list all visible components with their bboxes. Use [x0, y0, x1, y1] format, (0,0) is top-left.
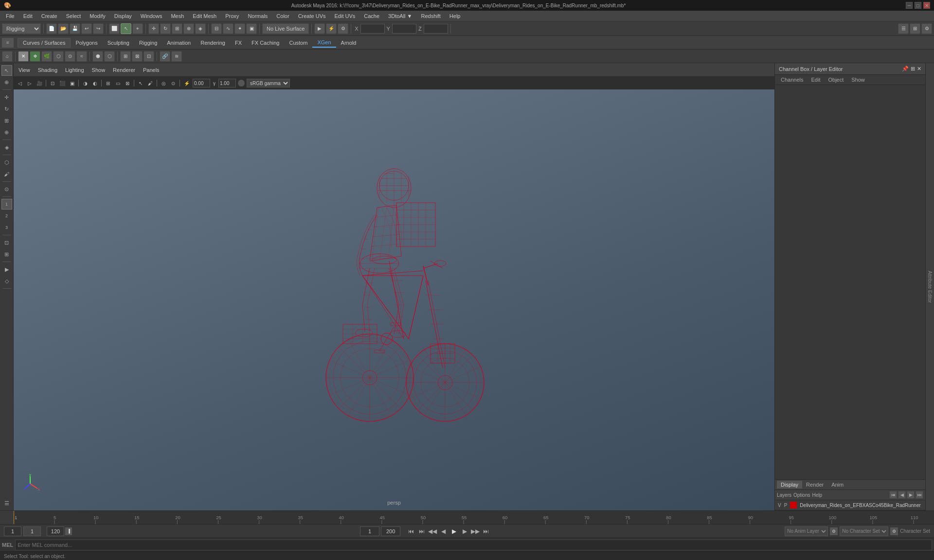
rotate-tool-lt[interactable]: ↻ — [1, 104, 12, 114]
tab-fx[interactable]: FX — [230, 38, 247, 47]
layer-nav-first[interactable]: ⏮ — [889, 491, 897, 499]
icon-rigging-2[interactable]: ⊠ — [132, 51, 143, 62]
end-frame-input[interactable] — [47, 526, 64, 536]
display-mode-2[interactable]: 2 — [1, 210, 12, 221]
snap-curve-button[interactable]: ∿ — [223, 23, 234, 34]
layer-tab-anim[interactable]: Anim — [827, 481, 847, 489]
menu-mesh[interactable]: Mesh — [167, 12, 188, 20]
icon-xgen-8[interactable]: ⬡ — [104, 51, 115, 62]
icon-xgen-7[interactable]: ⬢ — [92, 51, 103, 62]
timeline-ruler[interactable]: 1 5 10 15 20 25 30 35 40 45 50 55 60 — [14, 511, 934, 524]
layer-tab-display[interactable]: Display — [777, 481, 802, 489]
character-set-settings[interactable]: ⚙ — [890, 527, 898, 535]
menu-color[interactable]: Color — [272, 12, 293, 20]
snap-point-button[interactable]: ✦ — [234, 23, 245, 34]
soft-mod-button[interactable]: ◈ — [195, 23, 206, 34]
step-forward-button[interactable]: ▶▶ — [470, 526, 480, 536]
ivt-select-tool[interactable]: ↖ — [136, 79, 145, 88]
universal-manip-button[interactable]: ⊕ — [183, 23, 194, 34]
hypershade-lt[interactable]: ◇ — [1, 276, 12, 286]
ivt-field-chart[interactable]: ⊠ — [123, 79, 132, 88]
channel-box-pin-icon[interactable]: 📌 — [902, 66, 909, 72]
snap-surface-button[interactable]: ▣ — [246, 23, 257, 34]
vt-lighting[interactable]: Lighting — [62, 66, 87, 74]
menu-create[interactable]: Create — [37, 12, 61, 20]
icon-xgen-2[interactable]: ❖ — [30, 51, 40, 62]
tab-rendering[interactable]: Rendering — [196, 38, 230, 47]
play-back-button[interactable]: ◀◀ — [428, 526, 437, 536]
universal-tool-lt[interactable]: ⊕ — [1, 127, 12, 138]
cb-tab-edit[interactable]: Edit — [807, 76, 824, 84]
sculpt-geo-lt[interactable]: ⬡ — [1, 157, 12, 168]
mel-input[interactable] — [15, 540, 932, 550]
rotate-tool-button[interactable]: ↻ — [160, 23, 171, 34]
display-mode-3[interactable]: 3 — [1, 222, 12, 233]
current-frame-input[interactable] — [23, 526, 41, 536]
no-live-surface-button[interactable]: No Live Surface — [262, 23, 309, 34]
x-input[interactable] — [360, 24, 385, 34]
tab-rigging[interactable]: Rigging — [134, 38, 162, 47]
vt-renderer[interactable]: Renderer — [110, 66, 138, 74]
icon-xgen-5[interactable]: ⊙ — [65, 51, 75, 62]
icon-home[interactable]: ⌂ — [2, 51, 13, 62]
channel-box-lt[interactable]: ☰ — [1, 498, 12, 508]
ivt-wireframe[interactable]: ⊡ — [48, 79, 57, 88]
channel-box-close-icon[interactable]: ✕ — [917, 66, 921, 72]
attr-editor-toggle[interactable]: ⊞ — [910, 23, 920, 34]
menu-display[interactable]: Display — [110, 12, 136, 20]
select-tool-lt[interactable]: ↖ — [1, 65, 12, 76]
color-profile-select[interactable]: sRGB gamma — [247, 79, 290, 88]
attribute-editor-tab[interactable]: Attribute Editor — [925, 63, 934, 510]
tab-sculpting[interactable]: Sculpting — [103, 38, 134, 47]
ivt-shaded[interactable]: ⬛ — [58, 79, 67, 88]
layer-nav-next[interactable]: ▶ — [907, 491, 915, 499]
tool-settings-toggle[interactable]: ⚙ — [921, 23, 932, 34]
menu-proxy[interactable]: Proxy — [221, 12, 243, 20]
scale-tool-button[interactable]: ⊞ — [172, 23, 182, 34]
character-set-select[interactable]: No Character Set — [840, 526, 888, 536]
maximize-button[interactable]: □ — [915, 2, 921, 9]
gamma-input[interactable]: 1.00 — [218, 79, 236, 88]
menu-cache[interactable]: Cache — [360, 12, 383, 20]
ivt-resolution-gate[interactable]: ⊞ — [104, 79, 112, 88]
exposure-input[interactable]: 0.00 — [193, 79, 210, 88]
layer-nav-last[interactable]: ⏭ — [916, 491, 923, 499]
icon-xgen-4[interactable]: ⬡ — [53, 51, 64, 62]
go-to-start-button[interactable]: ⏮ — [406, 526, 416, 536]
3d-viewport[interactable]: x y — [14, 89, 774, 510]
cb-tab-show[interactable]: Show — [847, 76, 869, 84]
ivt-film-gate[interactable]: ▭ — [113, 79, 122, 88]
anim-layer-select[interactable]: No Anim Layer — [785, 526, 828, 536]
cb-tab-channels[interactable]: Channels — [777, 76, 807, 84]
tab-fx-caching[interactable]: FX Caching — [247, 38, 284, 47]
vt-shading[interactable]: Shading — [35, 66, 60, 74]
range-end-input[interactable] — [381, 526, 400, 536]
tab-xgen[interactable]: XGen — [312, 38, 336, 48]
channel-box-float-icon[interactable]: ⊞ — [911, 66, 915, 72]
ivt-camera-3[interactable]: 🎥 — [35, 79, 44, 88]
undo-button[interactable]: ↩ — [81, 23, 92, 34]
menu-edit[interactable]: Edit — [19, 12, 36, 20]
tab-polygons[interactable]: Polygons — [71, 38, 102, 47]
channel-box-toggle[interactable]: ☰ — [898, 23, 909, 34]
menu-select[interactable]: Select — [62, 12, 85, 20]
render-region-lt[interactable]: ▶ — [1, 264, 12, 275]
menu-help[interactable]: Help — [446, 12, 465, 20]
ivt-ao[interactable]: ◐ — [90, 79, 99, 88]
range-start-input[interactable] — [360, 526, 379, 536]
prev-key-button[interactable]: ◀ — [438, 526, 448, 536]
tab-custom[interactable]: Custom — [285, 38, 313, 47]
menu-3dtoall[interactable]: 3DtoAll ▼ — [384, 12, 416, 20]
open-scene-button[interactable]: 📂 — [58, 23, 69, 34]
layers-menu[interactable]: Layers — [777, 492, 791, 498]
start-frame-input[interactable] — [4, 526, 21, 536]
ivt-textured[interactable]: ▣ — [68, 79, 76, 88]
paint-skin-lt[interactable]: 🖌 — [1, 169, 12, 179]
vt-panels[interactable]: Panels — [140, 66, 162, 74]
vt-view[interactable]: View — [16, 66, 33, 74]
menu-windows[interactable]: Windows — [137, 12, 166, 20]
ivt-shadows[interactable]: ◑ — [81, 79, 90, 88]
snap-grid-button[interactable]: ⊟ — [211, 23, 222, 34]
anim-layer-settings[interactable]: ⚙ — [830, 527, 838, 535]
menu-create-uvs[interactable]: Create UVs — [294, 12, 330, 20]
